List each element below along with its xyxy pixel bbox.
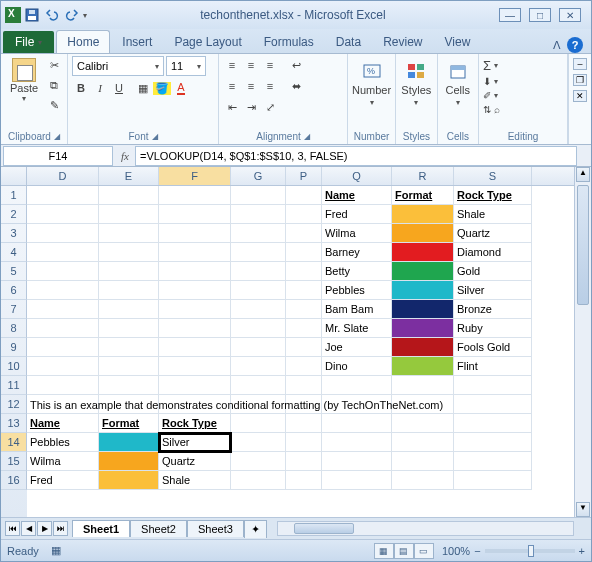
tab-nav-next-icon[interactable]: ▶ — [37, 521, 52, 536]
paste-button[interactable]: Paste ▾ — [5, 56, 43, 114]
zoom-in-button[interactable]: + — [579, 545, 585, 557]
scroll-up-icon[interactable]: ▲ — [576, 167, 590, 182]
view-page-break-icon[interactable]: ▭ — [414, 543, 434, 559]
tab-review[interactable]: Review — [373, 31, 432, 53]
zoom-out-button[interactable]: − — [474, 545, 480, 557]
tab-home[interactable]: Home — [56, 30, 110, 53]
wb-restore-button[interactable]: ❐ — [573, 74, 587, 86]
sort-filter-icon[interactable]: ⇅ — [483, 104, 491, 115]
find-select-icon[interactable]: ⌕ — [494, 104, 500, 115]
help-icon[interactable]: ? — [567, 37, 583, 53]
row-header-9[interactable]: 9 — [1, 338, 27, 357]
row-header-4[interactable]: 4 — [1, 243, 27, 262]
wb-close-button[interactable]: ✕ — [573, 90, 587, 102]
sheet-tab-1[interactable]: Sheet1 — [72, 520, 130, 537]
save-icon[interactable] — [23, 6, 41, 24]
border-button[interactable]: ▦ — [134, 79, 152, 97]
scroll-down-icon[interactable]: ▼ — [576, 502, 590, 517]
macro-record-icon[interactable]: ▦ — [51, 544, 61, 557]
row-header-5[interactable]: 5 — [1, 262, 27, 281]
col-header-S[interactable]: S — [454, 167, 532, 185]
align-center-icon[interactable]: ≡ — [242, 77, 260, 95]
decrease-indent-icon[interactable]: ⇤ — [223, 98, 241, 116]
vertical-scrollbar[interactable]: ▲ ▼ — [574, 167, 591, 517]
underline-button[interactable]: U — [110, 79, 128, 97]
font-name-select[interactable]: Calibri▾ — [72, 56, 164, 76]
undo-icon[interactable] — [43, 6, 61, 24]
align-top-icon[interactable]: ≡ — [223, 56, 241, 74]
view-normal-icon[interactable]: ▦ — [374, 543, 394, 559]
clear-button[interactable]: ✐▾ — [483, 90, 563, 101]
new-sheet-button[interactable]: ✦ — [244, 520, 267, 538]
fill-color-button[interactable]: 🪣 — [153, 79, 171, 97]
col-header-R[interactable]: R — [392, 167, 454, 185]
zoom-level[interactable]: 100% — [442, 545, 470, 557]
tab-page-layout[interactable]: Page Layout — [164, 31, 251, 53]
row-header-13[interactable]: 13 — [1, 414, 27, 433]
close-button[interactable]: ✕ — [559, 8, 581, 22]
wrap-text-icon[interactable]: ↩ — [287, 56, 305, 74]
redo-icon[interactable] — [63, 6, 81, 24]
clipboard-launcher-icon[interactable]: ◢ — [54, 132, 60, 141]
row-header-15[interactable]: 15 — [1, 452, 27, 471]
vscroll-thumb[interactable] — [577, 185, 589, 305]
col-header-G[interactable]: G — [231, 167, 286, 185]
col-header-E[interactable]: E — [99, 167, 159, 185]
font-color-button[interactable]: A — [172, 79, 190, 97]
view-page-layout-icon[interactable]: ▤ — [394, 543, 414, 559]
minimize-ribbon-icon[interactable]: ᐱ — [553, 39, 561, 52]
increase-indent-icon[interactable]: ⇥ — [242, 98, 260, 116]
align-left-icon[interactable]: ≡ — [223, 77, 241, 95]
horizontal-scrollbar[interactable] — [277, 521, 574, 536]
number-format-icon[interactable]: % — [361, 60, 383, 82]
tab-nav-last-icon[interactable]: ⏭ — [53, 521, 68, 536]
row-header-7[interactable]: 7 — [1, 300, 27, 319]
row-header-8[interactable]: 8 — [1, 319, 27, 338]
row-header-2[interactable]: 2 — [1, 205, 27, 224]
tab-view[interactable]: View — [435, 31, 481, 53]
fx-icon[interactable]: fx — [115, 150, 135, 162]
tab-data[interactable]: Data — [326, 31, 371, 53]
row-header-10[interactable]: 10 — [1, 357, 27, 376]
cells-grid[interactable]: This is an example that demonstrates con… — [27, 186, 574, 517]
row-header-1[interactable]: 1 — [1, 186, 27, 205]
formula-bar[interactable]: =VLOOKUP(D14, $Q$1:$S$10, 3, FALSE) — [135, 146, 577, 166]
row-header-12[interactable]: 12 — [1, 395, 27, 414]
bold-button[interactable]: B — [72, 79, 90, 97]
row-header-14[interactable]: 14 — [1, 433, 27, 452]
row-header-6[interactable]: 6 — [1, 281, 27, 300]
autosum-button[interactable]: Σ▾ — [483, 58, 563, 73]
format-painter-icon[interactable]: ✎ — [45, 96, 63, 114]
tab-formulas[interactable]: Formulas — [254, 31, 324, 53]
cut-icon[interactable]: ✂ — [45, 56, 63, 74]
tab-insert[interactable]: Insert — [112, 31, 162, 53]
minimize-button[interactable]: — — [499, 8, 521, 22]
cells-icon[interactable] — [447, 60, 469, 82]
tab-file[interactable]: File▾ — [3, 31, 54, 53]
row-header-3[interactable]: 3 — [1, 224, 27, 243]
font-launcher-icon[interactable]: ◢ — [152, 132, 158, 141]
orientation-icon[interactable]: ⤢ — [261, 98, 279, 116]
row-header-16[interactable]: 16 — [1, 471, 27, 490]
sheet-tab-2[interactable]: Sheet2 — [130, 520, 187, 537]
col-header-D[interactable]: D — [27, 167, 99, 185]
align-bottom-icon[interactable]: ≡ — [261, 56, 279, 74]
hscroll-thumb[interactable] — [294, 523, 354, 534]
font-size-select[interactable]: 11▾ — [166, 56, 206, 76]
merge-center-icon[interactable]: ⬌ — [287, 77, 305, 95]
copy-icon[interactable]: ⧉ — [45, 76, 63, 94]
wb-minimize-button[interactable]: – — [573, 58, 587, 70]
col-header-Q[interactable]: Q — [322, 167, 392, 185]
row-header-11[interactable]: 11 — [1, 376, 27, 395]
align-right-icon[interactable]: ≡ — [261, 77, 279, 95]
tab-nav-prev-icon[interactable]: ◀ — [21, 521, 36, 536]
tab-nav-first-icon[interactable]: ⏮ — [5, 521, 20, 536]
fill-button[interactable]: ⬇▾ — [483, 76, 563, 87]
col-header-P[interactable]: P — [286, 167, 322, 185]
sheet-tab-3[interactable]: Sheet3 — [187, 520, 244, 537]
styles-icon[interactable] — [405, 60, 427, 82]
zoom-slider[interactable] — [485, 549, 575, 553]
name-box[interactable]: F14 — [3, 146, 113, 166]
zoom-handle[interactable] — [528, 545, 534, 557]
italic-button[interactable]: I — [91, 79, 109, 97]
